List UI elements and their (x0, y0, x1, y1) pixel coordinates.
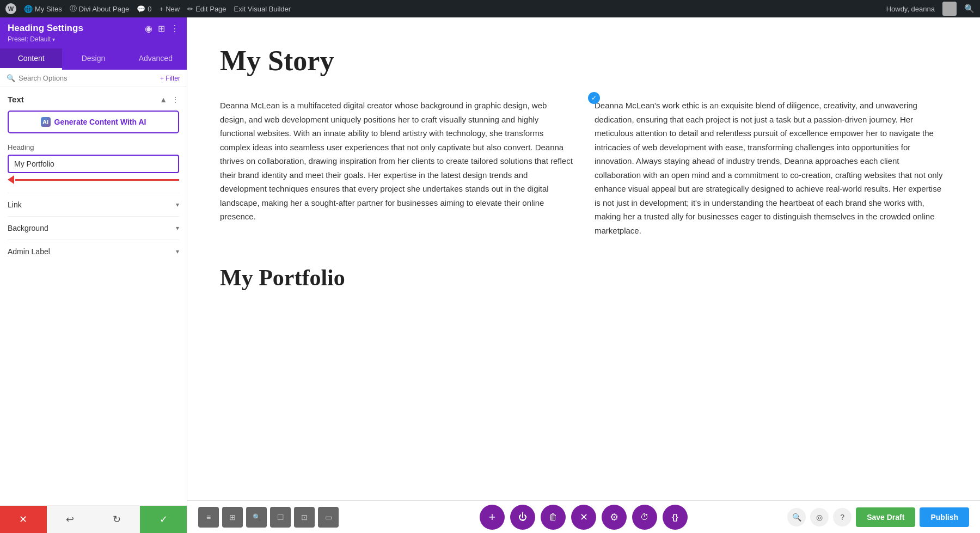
arrow-line (15, 179, 179, 181)
two-column-section: Deanna McLean is a multifaceted digital … (220, 99, 947, 237)
admin-bar: W 🌐 My Sites Ⓓ Divi About Page 💬 0 + New… (0, 0, 980, 17)
new-link[interactable]: + New (160, 5, 180, 13)
publish-button[interactable]: Publish (920, 507, 969, 527)
tab-content[interactable]: Content (0, 48, 62, 70)
section-controls: ▲ ⋮ (160, 95, 179, 104)
page-content: My Story Deanna McLean is a multifaceted… (187, 17, 980, 500)
edit-page-link[interactable]: ✏ Edit Page (187, 5, 226, 13)
admin-label-section-header[interactable]: Admin Label ▾ (8, 247, 179, 256)
link-chevron-icon: ▾ (176, 201, 179, 209)
background-section: Background ▾ (8, 216, 179, 240)
help-icon[interactable]: ? (833, 508, 852, 526)
more-icon[interactable]: ⋮ (170, 23, 179, 34)
desktop-icon-btn[interactable]: ⊡ (294, 507, 315, 528)
text-section-title: Text (8, 95, 24, 104)
wp-logo-icon[interactable]: W (5, 3, 16, 14)
builder-toolbar: ≡ ⊞ 🔍 ☐ ⊡ ▭ + ⏻ 🗑 ✕ ⚙ ⏱ {} 🔍 ◎ ? Save D (187, 500, 980, 533)
layout-icon[interactable]: ◉ (145, 23, 152, 34)
panel-content: Text ▲ ⋮ AI Generate Content With AI Hea… (0, 87, 187, 505)
search-bar: 🔍 + Filter (0, 70, 187, 87)
left-col-text: Deanna McLean is a multifaceted digital … (220, 99, 573, 224)
preset-chevron: ▾ (52, 36, 55, 42)
heading-input[interactable] (8, 155, 179, 173)
mobile-icon-btn[interactable]: ▭ (318, 507, 339, 528)
save-draft-button[interactable]: Save Draft (856, 507, 915, 527)
link-section: Link ▾ (8, 193, 179, 216)
cancel-button[interactable]: ✕ (0, 506, 47, 533)
checkmark-badge: ✓ (588, 92, 600, 104)
arrow-annotation (8, 175, 179, 184)
left-column: Deanna McLean is a multifaceted digital … (220, 99, 573, 237)
content-area: My Story Deanna McLean is a multifaceted… (187, 17, 980, 533)
divi-about-page-link[interactable]: Ⓓ Divi About Page (70, 4, 130, 14)
background-section-header[interactable]: Background ▾ (8, 224, 179, 232)
toolbar-right: 🔍 ◎ ? Save Draft Publish (787, 507, 969, 527)
toolbar-left-section: ≡ ⊞ 🔍 ☐ ⊡ ▭ (198, 507, 339, 528)
link-section-title: Link (8, 200, 22, 209)
ai-icon: AI (41, 117, 51, 127)
collapse-icon[interactable]: ▲ (160, 95, 167, 104)
redo-button[interactable]: ↻ (94, 506, 140, 533)
right-column: ✓ Deanna McLean's work ethic is an exqui… (595, 99, 947, 237)
add-button[interactable]: + (480, 505, 505, 530)
link-section-header[interactable]: Link ▾ (8, 200, 179, 209)
panel-bottom: ✕ ↩ ↻ ✓ (0, 505, 187, 533)
admin-bar-right: Howdy, deanna 🔍 (886, 2, 975, 16)
panel-header-icons: ◉ ⊞ ⋮ (145, 23, 179, 34)
admin-label-title: Admin Label (8, 247, 50, 256)
admin-label-section: Admin Label ▾ (8, 240, 179, 263)
right-col-text: Deanna McLean's work ethic is an exquisi… (595, 99, 947, 237)
panel-header: Heading Settings ◉ ⊞ ⋮ Preset: Default ▾ (0, 17, 187, 48)
history-button[interactable]: ⏱ (632, 505, 657, 530)
panel-tabs: Content Design Advanced (0, 48, 187, 70)
text-section-header: Text ▲ ⋮ (8, 95, 179, 104)
filter-button[interactable]: + Filter (160, 75, 180, 82)
close-button[interactable]: ✕ (571, 505, 596, 530)
my-sites-link[interactable]: 🌐 My Sites (24, 5, 62, 13)
code-button[interactable]: {} (663, 505, 688, 530)
generate-content-ai-button[interactable]: AI Generate Content With AI (8, 111, 179, 133)
toolbar-center: + ⏻ 🗑 ✕ ⚙ ⏱ {} (480, 505, 688, 530)
confirm-button[interactable]: ✓ (140, 506, 187, 533)
columns-icon[interactable]: ⊞ (158, 23, 165, 34)
search-icon[interactable]: 🔍 (964, 4, 975, 14)
avatar (942, 2, 957, 16)
zoom-icon[interactable]: 🔍 (787, 508, 806, 526)
circle-icon[interactable]: ◎ (810, 508, 829, 526)
power-button[interactable]: ⏻ (510, 505, 535, 530)
background-section-title: Background (8, 224, 48, 232)
main-layout: Heading Settings ◉ ⊞ ⋮ Preset: Default ▾… (0, 17, 980, 533)
trash-button[interactable]: 🗑 (541, 505, 566, 530)
comment-icon-btn[interactable]: ☐ (270, 507, 291, 528)
page-main-heading: My Story (220, 45, 947, 77)
search-input[interactable] (19, 74, 157, 82)
heading-label: Heading (8, 143, 179, 151)
tab-advanced[interactable]: Advanced (125, 48, 187, 70)
settings-button[interactable]: ⚙ (602, 505, 627, 530)
left-panel: Heading Settings ◉ ⊞ ⋮ Preset: Default ▾… (0, 17, 187, 533)
tab-design[interactable]: Design (62, 48, 124, 70)
exit-visual-builder-link[interactable]: Exit Visual Builder (234, 5, 291, 13)
undo-button[interactable]: ↩ (47, 506, 94, 533)
heading-field-group: Heading (8, 143, 179, 184)
search-icon-btn[interactable]: 🔍 (246, 507, 267, 528)
background-chevron-icon: ▾ (176, 224, 179, 232)
comments-link[interactable]: 💬 0 (137, 5, 151, 13)
grid-icon-btn[interactable]: ⊞ (222, 507, 243, 528)
admin-label-chevron-icon: ▾ (176, 248, 179, 255)
menu-icon-btn[interactable]: ≡ (198, 507, 219, 528)
search-icon: 🔍 (7, 74, 15, 82)
preset-label[interactable]: Preset: Default ▾ (8, 35, 179, 43)
portfolio-heading: My Portfolio (220, 265, 947, 291)
panel-title: Heading Settings (8, 23, 83, 34)
section-menu-icon[interactable]: ⋮ (171, 95, 179, 104)
arrow-head-icon (8, 175, 14, 184)
howdy-label: Howdy, deanna (886, 5, 935, 13)
